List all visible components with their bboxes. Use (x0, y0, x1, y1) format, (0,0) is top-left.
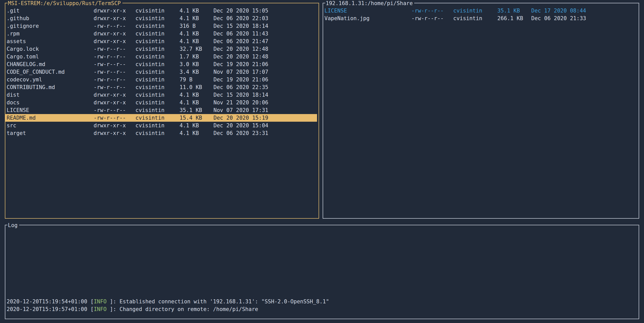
file-owner: cvisintin (135, 38, 180, 45)
file-owner: cvisintin (135, 30, 180, 38)
log-timestamp: 2020-12-20T15:19:57+01:00 [ (7, 306, 94, 312)
file-row[interactable]: CODE_OF_CONDUCT.md -rw-r--r-- cvisintin … (5, 68, 317, 76)
file-date: Dec 15 2020 18:14 (213, 91, 317, 99)
file-size: 4.1 KB (180, 38, 213, 45)
file-date: Dec 06 2020 21:47 (213, 38, 317, 45)
file-name: CODE_OF_CONDUCT.md (5, 68, 94, 76)
file-row[interactable]: .rpm drwxr-xr-x cvisintin 4.1 KB Dec 06 … (5, 30, 317, 38)
log-message: ]: Changed directory on remote: /home/pi… (110, 306, 258, 312)
file-permissions: drwxr-xr-x (94, 91, 135, 99)
file-row[interactable]: LICENSE -rw-r--r-- cvisintin 35.1 KB Dec… (323, 7, 637, 15)
file-name: codecov.yml (5, 76, 94, 83)
file-size: 266.1 KB (497, 15, 531, 22)
file-row[interactable]: dist drwxr-xr-x cvisintin 4.1 KB Dec 15 … (5, 91, 317, 99)
remote-explorer-panel[interactable]: 192.168.1.31:/home/pi/Share LICENSE -rw-… (323, 3, 639, 219)
file-size: 4.1 KB (180, 129, 213, 137)
log-message: ]: Established connection with '192.168.… (110, 299, 329, 305)
file-row[interactable]: assets drwxr-xr-x cvisintin 4.1 KB Dec 0… (5, 38, 317, 45)
file-date: Nov 21 2020 20:06 (213, 99, 317, 106)
file-owner: cvisintin (135, 91, 180, 99)
file-permissions: -rw-r--r-- (94, 114, 135, 122)
file-permissions: -rw-r--r-- (94, 60, 135, 68)
file-permissions: -rw-r--r-- (94, 83, 135, 91)
file-name: .rpm (5, 30, 94, 38)
file-owner: cvisintin (453, 7, 497, 15)
file-size: 316 B (180, 22, 213, 30)
file-size: 3.0 KB (180, 60, 213, 68)
file-owner: cvisintin (135, 99, 180, 106)
file-size: 32.7 KB (180, 45, 213, 53)
file-name: CONTRIBUTING.md (5, 83, 94, 91)
file-row[interactable]: README.md -rw-r--r-- cvisintin 15.4 KB D… (5, 114, 317, 122)
file-date: Dec 20 2020 15:19 (213, 114, 317, 122)
file-size: 4.1 KB (180, 30, 213, 38)
file-name: Cargo.toml (5, 53, 94, 60)
file-owner: cvisintin (135, 22, 180, 30)
file-name: README.md (5, 114, 94, 122)
file-owner: cvisintin (453, 15, 497, 22)
file-date: Dec 15 2020 18:14 (213, 22, 317, 30)
file-date: Dec 20 2020 15:05 (213, 7, 317, 15)
file-date: Dec 20 2020 12:48 (213, 53, 317, 60)
file-row[interactable]: target drwxr-xr-x cvisintin 4.1 KB Dec 0… (5, 129, 317, 137)
file-row[interactable]: codecov.yml -rw-r--r-- cvisintin 79 B De… (5, 76, 317, 83)
file-date: Nov 07 2020 17:07 (213, 68, 317, 76)
file-row[interactable]: CHANGELOG.md -rw-r--r-- cvisintin 3.0 KB… (5, 60, 317, 68)
file-owner: cvisintin (135, 60, 180, 68)
file-date: Dec 06 2020 22:03 (213, 15, 317, 22)
file-row[interactable]: .github drwxr-xr-x cvisintin 4.1 KB Dec … (5, 15, 317, 22)
file-name: assets (5, 38, 94, 45)
file-row[interactable]: .git drwxr-xr-x cvisintin 4.1 KB Dec 20 … (5, 7, 317, 15)
file-owner: cvisintin (135, 106, 180, 114)
log-level: INFO (94, 299, 110, 305)
file-owner: cvisintin (135, 129, 180, 137)
file-row[interactable]: src drwxr-xr-x cvisintin 4.1 KB Dec 20 2… (5, 122, 317, 129)
file-row[interactable]: .gitignore -rw-r--r-- cvisintin 316 B De… (5, 22, 317, 30)
file-row[interactable]: Cargo.toml -rw-r--r-- cvisintin 1.7 KB D… (5, 53, 317, 60)
file-row[interactable]: VapeNation.jpg -rw-r--r-- cvisintin 266.… (323, 15, 637, 22)
file-size: 15.4 KB (180, 114, 213, 122)
file-name: LICENSE (5, 106, 94, 114)
file-owner: cvisintin (135, 15, 180, 22)
file-name: src (5, 122, 94, 129)
file-permissions: drwxr-xr-x (94, 99, 135, 106)
file-size: 4.1 KB (180, 7, 213, 15)
file-name: .gitignore (5, 22, 94, 30)
file-name: dist (5, 91, 94, 99)
file-size: 4.1 KB (180, 99, 213, 106)
file-row[interactable]: Cargo.lock -rw-r--r-- cvisintin 32.7 KB … (5, 45, 317, 53)
file-date: Dec 17 2020 08:44 (531, 7, 637, 15)
file-row[interactable]: docs drwxr-xr-x cvisintin 4.1 KB Nov 21 … (5, 99, 317, 106)
file-name: VapeNation.jpg (323, 15, 411, 22)
file-row[interactable]: LICENSE -rw-r--r-- cvisintin 35.1 KB Nov… (5, 106, 317, 114)
file-date: Dec 20 2020 15:04 (213, 122, 317, 129)
file-date: Nov 07 2020 17:31 (213, 106, 317, 114)
log-timestamp: 2020-12-20T15:19:54+01:00 [ (7, 299, 94, 305)
explorer-panels: MSI-ESTREM:/e/Sviluppo/Rust/TermSCP .git… (5, 3, 639, 219)
file-name: CHANGELOG.md (5, 60, 94, 68)
file-owner: cvisintin (135, 122, 180, 129)
file-date: Dec 06 2020 21:33 (531, 15, 637, 22)
file-permissions: -rw-r--r-- (94, 106, 135, 114)
file-permissions: drwxr-xr-x (94, 15, 135, 22)
file-permissions: drwxr-xr-x (94, 129, 135, 137)
file-owner: cvisintin (135, 53, 180, 60)
log-entry: 2020-12-20T15:19:54+01:00 [INFO ]: Estab… (7, 298, 636, 305)
file-permissions: -rw-r--r-- (94, 53, 135, 60)
file-permissions: drwxr-xr-x (94, 122, 135, 129)
file-name: .github (5, 15, 94, 22)
file-permissions: drwxr-xr-x (94, 7, 135, 15)
termscp-app: MSI-ESTREM:/e/Sviluppo/Rust/TermSCP .git… (0, 0, 644, 323)
file-row[interactable]: CONTRIBUTING.md -rw-r--r-- cvisintin 11.… (5, 83, 317, 91)
file-permissions: -rw-r--r-- (94, 45, 135, 53)
log-level: INFO (94, 306, 110, 312)
file-permissions: -rw-r--r-- (94, 22, 135, 30)
file-size: 1.7 KB (180, 53, 213, 60)
log-panel: Log 2020-12-20T15:19:54+01:00 [INFO ]: E… (5, 225, 639, 319)
file-name: LICENSE (323, 7, 411, 15)
file-permissions: -rw-r--r-- (94, 76, 135, 83)
file-name: docs (5, 99, 94, 106)
log-list: 2020-12-20T15:19:54+01:00 [INFO ]: Estab… (5, 225, 639, 319)
local-explorer-panel[interactable]: MSI-ESTREM:/e/Sviluppo/Rust/TermSCP .git… (5, 3, 319, 219)
file-owner: cvisintin (135, 114, 180, 122)
